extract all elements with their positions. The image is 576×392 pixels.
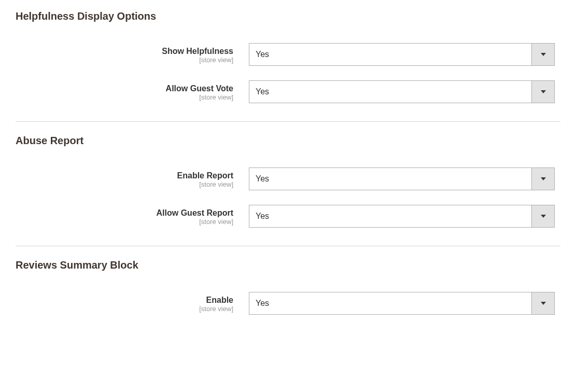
select-allow-guest-report[interactable]: Yes: [249, 205, 555, 228]
select-value: Yes: [249, 292, 531, 314]
select-show-helpfulness[interactable]: Yes: [249, 43, 555, 66]
chevron-down-icon: [531, 205, 554, 227]
label-scope: [store view]: [16, 218, 233, 226]
svg-marker-1: [541, 90, 546, 93]
field-summary-enable: Enable [store view] Yes: [16, 292, 560, 315]
field-label-enable-report: Enable Report [store view]: [16, 167, 249, 188]
field-control: Yes: [249, 167, 555, 190]
section-helpfulness: Helpfulness Display Options Show Helpful…: [16, 10, 560, 122]
label-text: Enable Report: [16, 171, 233, 180]
select-value: Yes: [249, 44, 531, 65]
select-enable-report[interactable]: Yes: [249, 167, 555, 190]
label-scope: [store view]: [16, 93, 233, 101]
section-summary: Reviews Summary Block Enable [store view…: [16, 259, 560, 333]
select-value: Yes: [249, 81, 531, 103]
field-label-show-helpfulness: Show Helpfulness [store view]: [16, 43, 249, 64]
svg-marker-3: [541, 215, 546, 218]
label-scope: [store view]: [16, 180, 233, 188]
field-control: Yes: [249, 80, 555, 103]
label-text: Allow Guest Report: [16, 208, 233, 218]
select-summary-enable[interactable]: Yes: [249, 292, 555, 315]
select-value: Yes: [249, 168, 531, 190]
label-text: Show Helpfulness: [16, 46, 233, 56]
label-text: Enable: [16, 295, 233, 305]
field-label-allow-guest-vote: Allow Guest Vote [store view]: [16, 80, 249, 101]
chevron-down-icon: [531, 292, 554, 314]
field-control: Yes: [249, 292, 555, 315]
label-scope: [store view]: [16, 56, 233, 64]
label-scope: [store view]: [16, 305, 233, 313]
select-allow-guest-vote[interactable]: Yes: [249, 80, 555, 103]
svg-marker-2: [541, 177, 546, 180]
field-allow-guest-vote: Allow Guest Vote [store view] Yes: [16, 80, 560, 103]
field-enable-report: Enable Report [store view] Yes: [16, 167, 560, 190]
field-label-allow-guest-report: Allow Guest Report [store view]: [16, 205, 249, 226]
section-title-summary: Reviews Summary Block: [16, 259, 560, 271]
chevron-down-icon: [531, 44, 554, 65]
field-control: Yes: [249, 205, 555, 228]
field-control: Yes: [249, 43, 555, 66]
section-title-abuse: Abuse Report: [16, 135, 560, 147]
svg-marker-0: [541, 53, 546, 56]
svg-marker-4: [541, 302, 546, 305]
section-abuse: Abuse Report Enable Report [store view] …: [16, 135, 560, 246]
field-allow-guest-report: Allow Guest Report [store view] Yes: [16, 205, 560, 228]
field-label-summary-enable: Enable [store view]: [16, 292, 249, 313]
field-show-helpfulness: Show Helpfulness [store view] Yes: [16, 43, 560, 66]
label-text: Allow Guest Vote: [16, 83, 233, 93]
chevron-down-icon: [531, 168, 554, 190]
select-value: Yes: [249, 205, 531, 227]
section-title-helpfulness: Helpfulness Display Options: [16, 10, 560, 22]
chevron-down-icon: [531, 81, 554, 103]
